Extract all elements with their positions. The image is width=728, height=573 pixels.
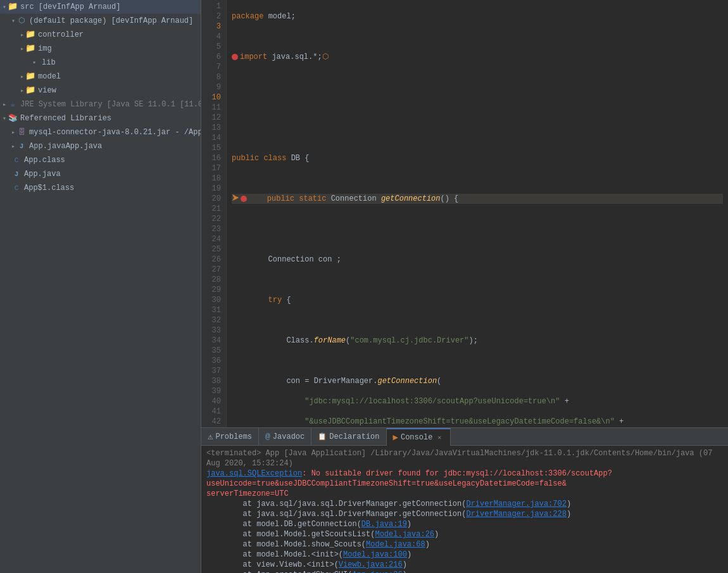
stack-link-4[interactable]: Model.java:26 xyxy=(375,530,434,539)
line-30: 30 xyxy=(206,295,221,305)
sidebar-item-src-label: src [devInfApp Arnaud] xyxy=(20,3,120,11)
sidebar-item-default-package-label: (default package) [devInfApp Arnaud] xyxy=(29,16,193,25)
line-31: 31 xyxy=(206,305,221,315)
stack-link-7[interactable]: Viewb.java:216 xyxy=(339,560,403,569)
console-close-button[interactable]: ✕ xyxy=(435,433,444,442)
declaration-icon: 📋 xyxy=(318,432,327,441)
stack-line-5: at model.Model.show_Scouts(Model.java:68… xyxy=(206,539,723,550)
arrow-right-icon xyxy=(20,45,24,53)
stack-link-3[interactable]: DB.java:19 xyxy=(361,520,407,529)
tab-declaration[interactable]: 📋 Declaration xyxy=(311,428,386,446)
line-6: 6 xyxy=(206,52,221,62)
folder-icon: 📁 xyxy=(25,44,35,54)
app-java-label: App.java xyxy=(66,142,103,151)
java-icon-2: J xyxy=(11,169,22,179)
stack-link-6[interactable]: Model.java:100 xyxy=(343,550,407,559)
line-41: 41 xyxy=(206,406,221,417)
code-line-19: con = DriverManager.getConnection( xyxy=(232,376,723,386)
console-error-main: java.sql.SQLException: No suitable drive… xyxy=(206,469,723,489)
sidebar-item-view[interactable]: 📁 view xyxy=(0,84,201,98)
javadoc-icon: @ xyxy=(265,432,270,441)
code-line-18 xyxy=(232,356,723,366)
arrow-right-icon xyxy=(11,129,15,136)
arrow-right-icon xyxy=(3,101,6,108)
sidebar-item-src[interactable]: 📁 src [devInfApp Arnaud] xyxy=(0,0,201,14)
line-18: 18 xyxy=(206,173,221,184)
line-15: 15 xyxy=(206,143,221,153)
sql-exception-link[interactable]: java.sql.SQLException xyxy=(206,469,302,478)
arrow-down-icon xyxy=(3,3,6,11)
sidebar-item-controller[interactable]: 📁 controller xyxy=(0,28,201,42)
code-line-11 xyxy=(232,214,723,224)
main-panel: 1 2 3 4 5 6 7 8 9 10 11 12 13 14 15 16 1… xyxy=(201,0,728,573)
sidebar-item-controller-label: controller xyxy=(38,30,84,39)
line-40: 40 xyxy=(206,396,221,406)
sidebar-item-lib[interactable]: ▪ lib xyxy=(0,56,201,70)
arrow-right-icon xyxy=(20,73,24,80)
line-14: 14 xyxy=(206,133,221,143)
sidebar-item-app-java-main[interactable]: J App.javaApp.java xyxy=(0,139,201,153)
folder-icon: 📁 xyxy=(25,85,35,96)
stack-line-6: at model.Model.<init>(Model.java:100) xyxy=(206,550,723,560)
stack-link-2[interactable]: DriverManager.java:228 xyxy=(466,510,566,519)
line-22: 22 xyxy=(206,214,221,224)
java-icon: J xyxy=(16,141,27,151)
stack-line-2: at java.sql/java.sql.DriverManager.getCo… xyxy=(206,509,723,519)
sidebar-item-img-label: img xyxy=(38,44,52,53)
sidebar-item-app-class-label: App.class xyxy=(24,156,65,165)
sidebar-item-app1-class[interactable]: C App$1.class xyxy=(0,181,201,195)
lib-icon: ▪ xyxy=(29,58,39,68)
line-24: 24 xyxy=(206,234,221,244)
code-area[interactable]: package model; import java.sql.*;⬡ publi… xyxy=(227,0,728,427)
line-35: 35 xyxy=(206,346,221,356)
line-36: 36 xyxy=(206,356,221,366)
code-line-17: Class.forName("com.mysql.cj.jdbc.Driver"… xyxy=(232,336,723,346)
console-output[interactable]: <terminated> App [Java Application] /Lib… xyxy=(201,446,728,573)
sidebar-item-app-java2[interactable]: J App.java xyxy=(0,167,201,181)
folder-icon: 📁 xyxy=(25,30,35,40)
code-line-14 xyxy=(232,275,723,285)
line-1: 1 xyxy=(206,1,221,11)
sidebar-item-lib-label: lib xyxy=(42,58,56,67)
line-5: 5 xyxy=(206,42,221,52)
folder-icon: 📁 xyxy=(25,72,35,82)
package-icon: ⬡ xyxy=(16,16,27,26)
stack-line-1: at java.sql/java.sql.DriverManager.getCo… xyxy=(206,499,723,509)
code-line-8: public class DB { xyxy=(232,153,723,163)
sidebar: 📁 src [devInfApp Arnaud] ⬡ (default pack… xyxy=(0,0,201,573)
arrow-right-icon xyxy=(20,31,24,39)
tab-problems[interactable]: ⚠ Problems xyxy=(201,428,259,446)
stack-line-3: at model.DB.getConnection(DB.java:19) xyxy=(206,519,723,529)
stack-link-1[interactable]: DriverManager.java:702 xyxy=(466,500,566,508)
jar-icon: 🗄 xyxy=(16,127,27,137)
code-line-3: import java.sql.*;⬡ xyxy=(232,52,723,62)
line-27: 27 xyxy=(206,265,221,275)
line-32: 32 xyxy=(206,315,221,325)
bottom-panel: ⚠ Problems @ Javadoc 📋 Declaration ▶ Con… xyxy=(201,427,728,573)
sidebar-item-default-package[interactable]: ⬡ (default package) [devInfApp Arnaud] xyxy=(0,14,201,28)
sidebar-item-ref-libs[interactable]: 📚 Referenced Libraries xyxy=(0,111,201,125)
sidebar-item-view-label: view xyxy=(38,86,56,95)
class-icon: C xyxy=(11,155,22,165)
arrow-down-icon xyxy=(3,115,6,122)
line-23: 23 xyxy=(206,224,221,234)
tab-console[interactable]: ▶ Console ✕ xyxy=(387,428,451,446)
code-line-5 xyxy=(232,92,723,103)
line-25: 25 xyxy=(206,244,221,255)
sidebar-item-jre[interactable]: ☕ JRE System Library [Java SE 11.0.1 [11… xyxy=(0,98,201,111)
code-line-20: "jdbc:mysql://localhost:3306/scoutApp?us… xyxy=(232,396,723,406)
sidebar-item-app-class[interactable]: C App.class xyxy=(0,153,201,167)
tab-javadoc[interactable]: @ Javadoc xyxy=(259,428,311,446)
line-29: 29 xyxy=(206,285,221,295)
stack-link-5[interactable]: Model.java:68 xyxy=(366,540,425,549)
stack-link-8[interactable]: App.java:26 xyxy=(352,570,402,573)
line-17: 17 xyxy=(206,163,221,173)
line-38: 38 xyxy=(206,376,221,386)
line-8: 8 xyxy=(206,72,221,82)
line-37: 37 xyxy=(206,366,221,376)
tab-javadoc-label: Javadoc xyxy=(273,432,304,441)
sidebar-item-model[interactable]: 📁 model xyxy=(0,70,201,84)
sidebar-item-mysql-jar[interactable]: 🗄 mysql-connector-java-8.0.21.jar - /App… xyxy=(0,125,201,139)
sidebar-item-img[interactable]: 📁 img xyxy=(0,42,201,56)
code-line-6 xyxy=(232,113,723,123)
